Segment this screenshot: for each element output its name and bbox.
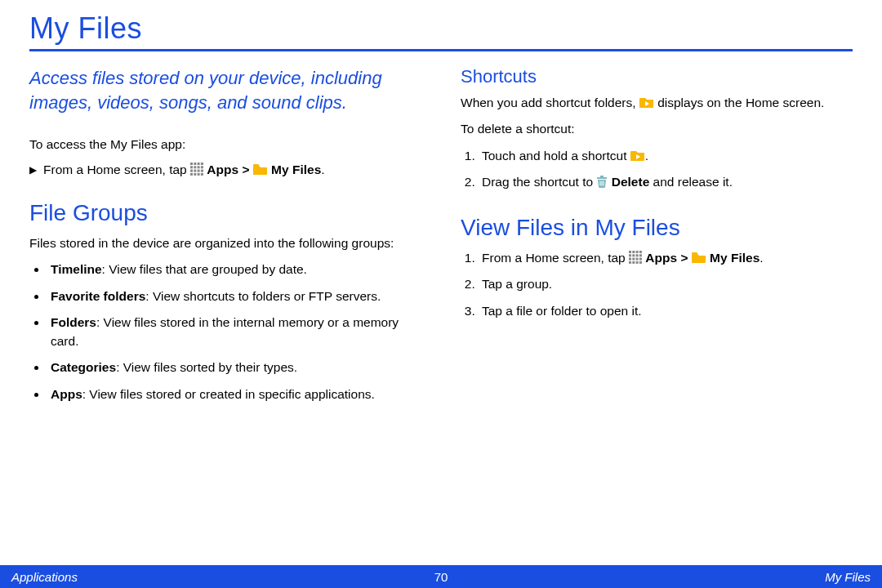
folder-icon [692,250,706,261]
footer-right: My Files [825,570,871,584]
svg-rect-31 [636,257,639,260]
apps-label: Apps [207,163,238,176]
svg-rect-10 [198,169,200,172]
svg-rect-17 [600,176,604,177]
list-item: From a Home screen, tap Apps > My Fi [479,249,853,267]
left-column: Access files stored on your device, incl… [29,66,421,412]
svg-rect-3 [201,163,203,165]
svg-rect-30 [632,257,635,260]
svg-rect-6 [198,166,200,168]
intro-text: Access files stored on your device, incl… [29,66,421,114]
svg-rect-0 [190,163,193,165]
svg-rect-25 [629,254,631,256]
list-item: Apps: View files stored or created in sp… [47,385,421,403]
svg-rect-29 [629,257,631,260]
view-files-steps: From a Home screen, tap Apps > My Fi [461,249,853,320]
list-item: Tap a file or folder to open it. [479,302,853,320]
svg-rect-35 [636,261,639,264]
svg-rect-13 [194,173,196,176]
svg-rect-33 [629,261,631,264]
svg-rect-2 [198,163,200,165]
access-step: ▶ From a Home screen, tap Apps > [29,163,421,177]
list-item: Timeline: View files that are grouped by… [47,261,421,278]
trash-icon [596,175,608,188]
svg-rect-22 [632,251,635,253]
svg-rect-21 [629,251,631,253]
apps-grid-icon [190,163,203,176]
shortcut-folder-icon [630,149,645,162]
page-footer: Applications 70 My Files [0,565,882,588]
footer-page-number: 70 [434,570,448,584]
svg-rect-4 [190,166,193,168]
folder-icon [253,163,268,175]
list-item: Favorite folders: View shortcuts to fold… [47,287,421,305]
svg-rect-7 [201,166,203,168]
access-step-prefix: From a Home screen, tap [43,163,187,176]
svg-rect-12 [190,173,193,176]
list-item: Tap a group. [479,275,853,293]
svg-rect-15 [201,173,203,176]
list-item: Folders: View files stored in the intern… [47,314,421,350]
shortcuts-heading: Shortcuts [461,66,853,87]
apps-grid-icon [629,251,642,264]
footer-left: Applications [11,570,78,584]
svg-rect-23 [636,251,639,253]
access-label: To access the My Files app: [29,136,421,154]
svg-rect-16 [597,177,607,179]
delete-shortcut-steps: Touch and hold a shortcut . Drag the sho… [461,147,853,192]
myfiles-label: My Files [271,163,321,176]
svg-rect-27 [636,254,639,256]
triangle-icon: ▶ [29,164,37,176]
svg-rect-24 [639,251,642,253]
svg-rect-32 [639,257,642,260]
file-groups-heading: File Groups [29,200,421,226]
list-item: Categories: View files sorted by their t… [47,359,421,376]
svg-rect-18 [600,181,601,186]
svg-rect-9 [194,169,196,172]
svg-rect-36 [639,261,642,264]
svg-rect-11 [201,169,203,172]
shortcut-folder-icon [639,96,654,109]
file-groups-list: Timeline: View files that are grouped by… [29,261,421,403]
svg-rect-8 [190,169,193,172]
list-item: Drag the shortcut to Delete and release … [479,173,853,191]
shortcuts-line: When you add shortcut folders, displays … [461,94,853,112]
svg-rect-20 [604,181,604,186]
svg-rect-14 [198,173,200,176]
svg-rect-1 [194,163,196,165]
delete-shortcut-label: To delete a shortcut: [461,120,853,138]
page-title: My Files [29,11,853,51]
svg-rect-26 [632,254,635,256]
right-column: Shortcuts When you add shortcut folders,… [461,66,853,412]
file-groups-desc: Files stored in the device are organized… [29,234,421,252]
svg-rect-28 [639,254,642,256]
svg-rect-19 [602,181,603,186]
view-files-heading: View Files in My Files [461,215,853,241]
svg-rect-5 [194,166,196,168]
svg-rect-34 [632,261,635,264]
list-item: Touch and hold a shortcut . [479,147,853,165]
